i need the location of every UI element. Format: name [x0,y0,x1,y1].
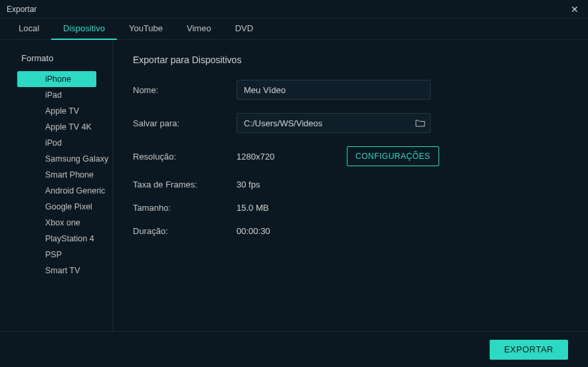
tab-youtube[interactable]: YouTube [117,19,175,40]
save-path-input[interactable] [237,118,410,128]
resolution-value: 1280x720 [237,152,292,162]
format-item-smartphone[interactable]: Smart Phone [17,167,112,183]
row-name: Nome: [133,80,568,100]
size-value: 15.0 MB [237,203,268,213]
format-item-ps4[interactable]: PlayStation 4 [17,231,112,247]
format-item-iphone[interactable]: iPhone [17,71,96,87]
duration-value: 00:00:30 [237,226,270,236]
format-item-android[interactable]: Android Generic [17,183,112,199]
save-path-wrap [237,113,431,133]
format-item-psp[interactable]: PSP [17,247,112,263]
folder-icon [415,119,425,127]
row-resolution: Resolução: 1280x720 CONFIGURAÇÕES [133,146,568,166]
window-title: Exportar [7,5,37,14]
format-item-samsung[interactable]: Samsung Galaxy [17,151,112,167]
framerate-label: Taxa de Frames: [133,180,237,189]
framerate-value: 30 fps [237,180,260,189]
row-size: Tamanho: 15.0 MB [133,203,568,213]
tab-local[interactable]: Local [7,19,51,40]
size-label: Tamanho: [133,203,237,213]
main-title: Exportar para Dispositivos [133,55,568,65]
content-area: Formato iPhone iPad Apple TV Apple TV 4K… [0,40,588,331]
footer: EXPORTAR [0,331,588,367]
row-duration: Duração: 00:00:30 [133,226,568,236]
close-icon: ✕ [571,4,579,15]
format-item-smarttv[interactable]: Smart TV [17,263,112,279]
export-button[interactable]: EXPORTAR [490,340,568,360]
format-item-appletv[interactable]: Apple TV [17,103,112,119]
format-item-pixel[interactable]: Google Pixel [17,199,112,215]
duration-label: Duração: [133,226,237,236]
format-item-appletv4k[interactable]: Apple TV 4K [17,119,112,135]
titlebar: Exportar ✕ [0,0,588,19]
row-save: Salvar para: [133,113,568,133]
main-panel: Exportar para Dispositivos Nome: Salvar … [113,40,588,331]
sidebar-heading: Formato [0,53,112,71]
close-button[interactable]: ✕ [568,3,581,16]
name-input[interactable] [237,80,431,100]
format-item-ipad[interactable]: iPad [17,87,112,103]
format-item-ipod[interactable]: iPod [17,135,112,151]
save-label: Salvar para: [133,118,237,128]
tab-vimeo[interactable]: Vimeo [175,19,223,40]
resolution-label: Resolução: [133,152,237,162]
browse-button[interactable] [410,119,430,127]
sidebar: Formato iPhone iPad Apple TV Apple TV 4K… [0,40,113,331]
name-label: Nome: [133,85,237,95]
format-item-xbox[interactable]: Xbox one [17,215,112,231]
tab-dvd[interactable]: DVD [223,19,265,40]
tabs: Local Dispositivo YouTube Vimeo DVD [0,19,588,40]
row-framerate: Taxa de Frames: 30 fps [133,180,568,189]
settings-button[interactable]: CONFIGURAÇÕES [347,146,439,166]
tab-dispositivo[interactable]: Dispositivo [51,19,117,40]
